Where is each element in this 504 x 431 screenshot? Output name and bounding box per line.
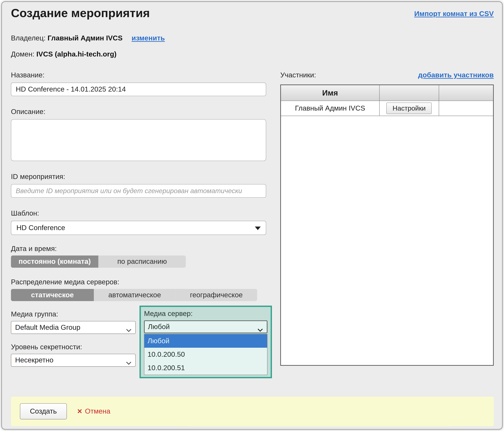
domain-value: IVCS (alpha.hi-tech.org) [36,50,117,58]
datetime-label: Дата и время: [11,245,266,253]
event-name-input[interactable] [11,82,266,96]
participants-section: Участники: добавить участников Имя Главн… [280,71,494,366]
chevron-down-icon [126,359,132,367]
cancel-label: Отмена [85,407,110,415]
create-button[interactable]: Создать [20,403,67,419]
secrecy-select[interactable]: Несекретно [11,354,136,367]
secrecy-label: Уровень секретности: [11,343,136,351]
participant-extra-cell [439,101,493,116]
media-server-select[interactable]: Любой [144,320,267,333]
cancel-x-icon: ✕ [77,407,82,415]
secrecy-block: Уровень секретности: Несекретно [11,343,136,367]
secrecy-select-value: Несекретно [15,356,53,364]
distribution-static-toggle[interactable]: статическое [11,289,94,301]
participants-label: Участники: [280,71,316,79]
datetime-toggle-group: постоянно (комната) по расписанию [11,255,186,268]
media-server-option-51[interactable]: 10.0.200.51 [144,361,267,375]
media-group-label: Медиа группа: [11,310,136,318]
participant-settings-button[interactable]: Настройки [387,102,432,114]
distribution-geographic-toggle[interactable]: географическое [176,289,257,301]
change-owner-link[interactable]: изменить [132,34,165,42]
media-server-select-value: Любой [148,323,170,331]
datetime-scheduled-toggle[interactable]: по расписанию [98,255,186,268]
dropdown-arrow-icon [255,227,261,230]
datetime-permanent-toggle[interactable]: постоянно (комната) [11,255,98,268]
media-server-option-any[interactable]: Любой [144,334,267,348]
settings-column-header [380,85,439,100]
participant-settings-cell: Настройки [380,101,439,116]
owner-row: Владелец: Главный Админ IVCS изменить [11,34,165,42]
description-label: Описание: [11,108,266,116]
media-server-highlight-annotation: Медиа сервер: Любой Любой 10.0.200.50 10… [139,305,272,378]
event-id-label: ID мероприятия: [11,173,266,181]
add-participants-link[interactable]: добавить участников [418,71,494,79]
chevron-down-icon [126,326,132,334]
create-event-panel: Создание мероприятия Импорт комнат из CS… [1,1,503,430]
cancel-link[interactable]: ✕ Отмена [77,407,110,415]
participants-table: Имя Главный Админ IVCS Настройки [280,84,494,366]
media-group-select-value: Default Media Group [15,323,80,332]
media-group-select[interactable]: Default Media Group [11,321,136,334]
participant-name: Главный Админ IVCS [281,101,380,116]
media-fields-row: Медиа группа: Default Media Group Уровен… [11,310,266,373]
page-title: Создание мероприятия [11,6,150,20]
extra-column-header [439,85,493,100]
template-label: Шаблон: [11,209,266,217]
owner-label: Владелец: [11,34,46,42]
participants-header: Участники: добавить участников [280,71,494,79]
description-textarea[interactable] [11,119,266,161]
media-group-block: Медиа группа: Default Media Group [11,310,136,334]
name-label: Название: [11,71,266,79]
event-form: Название: Описание: ID мероприятия: Шабл… [11,71,266,373]
distribution-automatic-toggle[interactable]: автоматическое [94,289,176,301]
media-server-label: Медиа сервер: [144,309,267,318]
template-select-value: HD Conference [16,224,65,232]
participants-table-header: Имя [281,85,493,101]
name-column-header: Имя [281,85,380,100]
owner-value: Главный Админ IVCS [47,34,123,42]
template-select[interactable]: HD Conference [11,221,266,235]
participant-row: Главный Админ IVCS Настройки [281,101,493,116]
media-server-options-list: Любой 10.0.200.50 10.0.200.51 [144,334,267,375]
domain-row: Домен: IVCS (alpha.hi-tech.org) [11,50,117,58]
media-server-option-50[interactable]: 10.0.200.50 [144,348,267,361]
footer-action-bar: Создать ✕ Отмена [11,397,494,426]
domain-label: Домен: [11,50,34,58]
media-distribution-label: Распределение медиа серверов: [11,278,266,286]
media-distribution-toggle-group: статическое автоматическое географическо… [11,289,257,301]
import-rooms-csv-link[interactable]: Импорт комнат из CSV [414,10,494,18]
chevron-down-icon [257,326,263,334]
event-id-input[interactable] [11,184,266,198]
